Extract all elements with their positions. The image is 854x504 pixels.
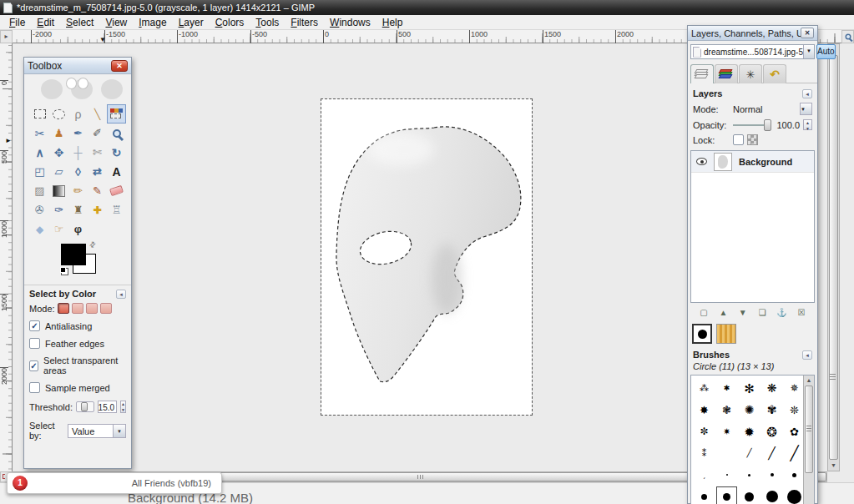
brush-cell[interactable]: ❂ xyxy=(761,421,783,442)
tool-rect-select-icon[interactable] xyxy=(30,104,49,123)
brush-cell[interactable] xyxy=(738,486,761,504)
tool-blur-sharpen-icon[interactable]: ◆ xyxy=(30,219,49,239)
tool-pencil-icon[interactable]: ✏ xyxy=(68,181,88,200)
tool-free-select-icon[interactable]: ρ xyxy=(68,104,88,123)
layers-dialog-close-button[interactable]: ✕ xyxy=(801,28,814,38)
foreground-color-swatch[interactable] xyxy=(61,244,86,265)
tool-gradient-icon[interactable] xyxy=(49,181,68,200)
brush-cell-selected[interactable] xyxy=(715,486,738,504)
opacity-slider[interactable] xyxy=(733,124,771,126)
tab-layers[interactable] xyxy=(690,64,714,83)
menu-help[interactable]: Help xyxy=(376,15,409,30)
vertical-scrollbar-thumb[interactable] xyxy=(829,55,838,460)
menu-filters[interactable]: Filters xyxy=(285,15,324,30)
collapse-brushes-button[interactable]: ◂ xyxy=(802,350,812,360)
brush-cell[interactable]: ✾ xyxy=(761,399,783,421)
brush-cell[interactable]: ✿ xyxy=(783,421,806,442)
tool-rotate-icon[interactable]: ↻ xyxy=(107,143,126,162)
collapse-options-button[interactable]: ◂ xyxy=(116,290,126,299)
threshold-slider-thumb[interactable] xyxy=(81,402,88,411)
tool-ink-icon[interactable]: ✑ xyxy=(49,200,68,219)
brush-cell[interactable]: ✻ xyxy=(738,377,761,399)
select-transparent-areas-checkbox[interactable]: ✓ xyxy=(29,360,38,371)
active-pattern-indicator[interactable] xyxy=(716,324,736,344)
brush-cell[interactable]: ╱ xyxy=(738,442,761,464)
tool-perspective-icon[interactable]: ◊ xyxy=(68,162,88,181)
threshold-value[interactable]: 15.0 xyxy=(98,401,117,413)
collapse-layers-button[interactable]: ◂ xyxy=(802,89,812,98)
menu-windows[interactable]: Windows xyxy=(324,15,376,30)
tool-fuzzy-select-icon[interactable]: ╲ xyxy=(88,104,107,123)
tool-move-icon[interactable]: ✥ xyxy=(49,143,68,162)
tool-scale-icon[interactable]: ◰ xyxy=(30,162,49,181)
tool-flip-icon[interactable]: ⇄ xyxy=(88,162,107,181)
brush-cell[interactable]: ╱ xyxy=(783,442,806,464)
tool-eraser-icon[interactable] xyxy=(107,181,126,200)
image-selector-dropdown[interactable]: dreamstime...508714.jpg-5 ▼ xyxy=(690,44,815,59)
anchor-layer-button[interactable]: ⚓ xyxy=(775,306,790,319)
brush-cell[interactable]: ✼ xyxy=(693,421,715,442)
brush-cell[interactable] xyxy=(783,464,806,486)
active-brush-indicator[interactable] xyxy=(692,324,712,344)
brush-cell[interactable] xyxy=(761,464,783,486)
vertical-scrollbar[interactable]: ▲ ▼ xyxy=(827,43,840,471)
brush-cell[interactable]: ✱ xyxy=(715,377,738,399)
default-colors-icon[interactable] xyxy=(61,268,68,275)
brushes-scrollbar[interactable]: ▲ xyxy=(803,375,814,504)
tab-channels[interactable] xyxy=(715,64,738,83)
opacity-slider-thumb[interactable] xyxy=(764,119,771,131)
layers-dialog-titlebar[interactable]: Layers, Channels, Paths, Und... ✕ xyxy=(688,26,817,41)
tool-shear-icon[interactable]: ▱ xyxy=(49,162,68,181)
antialiasing-checkbox[interactable]: ✓ xyxy=(29,320,40,331)
lower-layer-button[interactable]: ▼ xyxy=(735,306,750,319)
tool-heal-icon[interactable]: ✚ xyxy=(88,200,107,219)
lock-alpha-icon[interactable] xyxy=(747,134,758,145)
tool-ellipse-select-icon[interactable] xyxy=(49,104,68,123)
tool-airbrush-icon[interactable]: ✇ xyxy=(30,200,49,219)
canvas-image[interactable] xyxy=(321,99,532,415)
brush-cell[interactable] xyxy=(715,464,738,486)
raise-layer-button[interactable]: ▲ xyxy=(715,306,730,319)
brush-cell[interactable]: ✵ xyxy=(783,377,806,399)
tool-alignment-icon[interactable]: ┼ xyxy=(68,143,88,162)
menu-tools[interactable]: Tools xyxy=(250,15,285,30)
brush-cell[interactable]: ❃ xyxy=(715,399,738,421)
tool-scissors-select-icon[interactable]: ✂ xyxy=(30,123,49,143)
mode-subtract-button[interactable] xyxy=(86,303,98,314)
tool-clone-icon[interactable]: ♜ xyxy=(68,200,88,219)
layer-row[interactable]: Background xyxy=(691,151,814,173)
layer-mode-dropdown[interactable]: ▼ xyxy=(800,103,812,115)
tool-bucket-fill-icon[interactable]: ▨ xyxy=(30,181,49,200)
brush-cell[interactable]: ✸ xyxy=(693,399,715,421)
brush-cell[interactable] xyxy=(761,486,783,504)
mode-add-button[interactable] xyxy=(72,303,83,314)
brushes-scroll-up[interactable]: ▲ xyxy=(804,375,814,385)
auto-button[interactable]: Auto xyxy=(816,44,836,59)
brush-cell[interactable]: ✷ xyxy=(715,421,738,442)
tool-select-by-color-icon[interactable] xyxy=(107,104,126,123)
brush-cell[interactable]: ˏ xyxy=(693,464,715,486)
tool-foreground-select-icon[interactable]: ♟ xyxy=(49,123,68,143)
menu-select[interactable]: Select xyxy=(60,15,99,30)
brush-cell[interactable]: ⁑ xyxy=(693,442,715,464)
threshold-spinner[interactable]: ▲▼ xyxy=(120,401,126,413)
brush-cell[interactable]: ⁂ xyxy=(693,377,715,399)
menu-layer[interactable]: Layer xyxy=(173,15,210,30)
ruler-corner-menu-button[interactable]: ▸ xyxy=(0,30,13,43)
menu-colors[interactable]: Colors xyxy=(210,15,250,30)
tab-paths[interactable]: ✳ xyxy=(739,64,762,83)
toolbox-titlebar[interactable]: Toolbox ✕ xyxy=(24,58,131,74)
opacity-spinner[interactable]: ▲▼ xyxy=(803,119,812,130)
brush-cell[interactable] xyxy=(738,464,761,486)
menu-image[interactable]: Image xyxy=(133,15,172,30)
tool-dodge-burn-icon[interactable]: φ xyxy=(68,219,88,239)
tool-paths-icon[interactable]: ✒ xyxy=(68,123,88,143)
mode-intersect-button[interactable] xyxy=(100,303,112,314)
window-titlebar[interactable]: *dreamstime_m_7508714.jpg-5.0 (grayscale… xyxy=(0,0,854,15)
menu-file[interactable]: File xyxy=(3,15,31,30)
new-layer-button[interactable]: ▢ xyxy=(696,306,711,319)
tool-smudge-icon[interactable]: ☞ xyxy=(49,219,68,239)
tool-color-picker-icon[interactable]: ✐ xyxy=(88,123,107,143)
brush-cell[interactable]: ✹ xyxy=(738,421,761,442)
sample-merged-checkbox[interactable] xyxy=(29,382,40,393)
